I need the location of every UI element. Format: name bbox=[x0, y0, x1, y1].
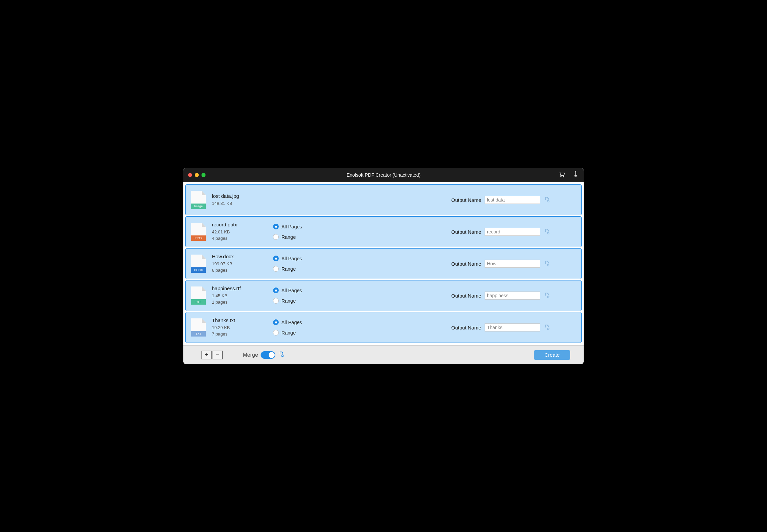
file-row[interactable]: PPTXrecord.pptx42.01 KB4 pagesAll PagesR… bbox=[185, 216, 582, 247]
titlebar: Enolsoft PDF Creator (Unactivated) bbox=[183, 168, 584, 182]
merge-label: Merge bbox=[243, 352, 258, 358]
svg-point-2 bbox=[575, 175, 576, 176]
all-pages-radio[interactable]: All Pages bbox=[273, 319, 350, 325]
all-pages-radio[interactable]: All Pages bbox=[273, 287, 350, 293]
file-size: 42.01 KB bbox=[212, 229, 273, 235]
svg-point-3 bbox=[547, 201, 549, 202]
output-name-label: Output Name bbox=[451, 229, 481, 235]
output-name-section: Output Name bbox=[451, 323, 576, 331]
page-range-options: All PagesRange bbox=[273, 256, 350, 272]
output-name-section: Output Name bbox=[451, 196, 576, 204]
svg-point-7 bbox=[547, 328, 549, 330]
maximize-window-button[interactable] bbox=[201, 173, 206, 177]
cart-icon[interactable] bbox=[558, 171, 566, 179]
file-size: 148.81 KB bbox=[212, 201, 273, 207]
remove-file-button[interactable]: − bbox=[213, 351, 223, 359]
range-radio[interactable]: Range bbox=[273, 298, 350, 304]
close-window-button[interactable] bbox=[188, 173, 192, 177]
output-name-input[interactable] bbox=[485, 196, 540, 204]
file-name: lost data.jpg bbox=[212, 193, 273, 199]
merge-settings-icon[interactable] bbox=[278, 351, 285, 359]
file-settings-icon[interactable] bbox=[544, 324, 550, 331]
file-type-icon: PPTX bbox=[191, 223, 206, 241]
file-type-icon: Image bbox=[191, 191, 206, 209]
file-info: record.pptx42.01 KB4 pages bbox=[212, 222, 273, 242]
output-name-section: Output Name bbox=[451, 228, 576, 236]
output-name-section: Output Name bbox=[451, 260, 576, 268]
file-pages: 1 pages bbox=[212, 299, 273, 306]
output-name-label: Output Name bbox=[451, 293, 481, 299]
range-radio[interactable]: Range bbox=[273, 266, 350, 272]
output-name-label: Output Name bbox=[451, 197, 481, 203]
file-info: lost data.jpg148.81 KB bbox=[212, 193, 273, 207]
file-row[interactable]: DOCXHow.docx199.07 KB6 pagesAll PagesRan… bbox=[185, 248, 582, 279]
svg-point-6 bbox=[547, 296, 549, 298]
file-info: Thanks.txt19.29 KB7 pages bbox=[212, 317, 273, 338]
file-list: Imagelost data.jpg148.81 KBOutput NamePP… bbox=[183, 182, 584, 345]
page-range-options: All PagesRange bbox=[273, 319, 350, 336]
file-name: How.docx bbox=[212, 254, 273, 259]
output-name-input[interactable] bbox=[485, 292, 540, 300]
output-name-label: Output Name bbox=[451, 261, 481, 267]
output-name-input[interactable] bbox=[485, 323, 540, 331]
file-row[interactable]: Imagelost data.jpg148.81 KBOutput Name bbox=[185, 184, 582, 215]
output-name-input[interactable] bbox=[485, 228, 540, 236]
file-type-icon: DOCX bbox=[191, 255, 206, 273]
file-size: 19.29 KB bbox=[212, 325, 273, 331]
svg-point-1 bbox=[563, 176, 563, 177]
file-type-icon: RTF bbox=[191, 286, 206, 305]
file-pages: 6 pages bbox=[212, 267, 273, 274]
file-size: 199.07 KB bbox=[212, 261, 273, 267]
all-pages-radio[interactable]: All Pages bbox=[273, 256, 350, 261]
merge-toggle[interactable] bbox=[261, 351, 275, 359]
file-info: happiness.rtf1.45 KB1 pages bbox=[212, 285, 273, 306]
footer-toolbar: + − Merge Create bbox=[183, 345, 584, 364]
file-name: happiness.rtf bbox=[212, 285, 273, 291]
all-pages-radio[interactable]: All Pages bbox=[273, 224, 350, 229]
create-button[interactable]: Create bbox=[534, 350, 570, 360]
file-type-icon: TXT bbox=[191, 318, 206, 337]
window-title: Enolsoft PDF Creator (Unactivated) bbox=[183, 172, 584, 178]
svg-point-5 bbox=[547, 264, 549, 266]
file-pages: 4 pages bbox=[212, 235, 273, 242]
file-settings-icon[interactable] bbox=[544, 196, 550, 203]
output-name-input[interactable] bbox=[485, 260, 540, 268]
file-pages: 7 pages bbox=[212, 331, 273, 338]
range-radio[interactable]: Range bbox=[273, 234, 350, 240]
file-size: 1.45 KB bbox=[212, 293, 273, 299]
file-settings-icon[interactable] bbox=[544, 260, 550, 267]
page-range-options: All PagesRange bbox=[273, 224, 350, 240]
range-radio[interactable]: Range bbox=[273, 330, 350, 336]
app-window: Enolsoft PDF Creator (Unactivated) Image… bbox=[183, 168, 584, 364]
output-name-section: Output Name bbox=[451, 292, 576, 300]
thermometer-icon[interactable] bbox=[572, 171, 579, 179]
minimize-window-button[interactable] bbox=[195, 173, 199, 177]
file-info: How.docx199.07 KB6 pages bbox=[212, 254, 273, 274]
page-range-options: All PagesRange bbox=[273, 287, 350, 304]
svg-point-8 bbox=[282, 355, 283, 356]
file-name: Thanks.txt bbox=[212, 317, 273, 323]
svg-point-4 bbox=[547, 232, 549, 234]
window-controls bbox=[188, 173, 206, 177]
add-file-button[interactable]: + bbox=[201, 351, 212, 359]
file-row[interactable]: TXTThanks.txt19.29 KB7 pagesAll PagesRan… bbox=[185, 312, 582, 343]
file-row[interactable]: RTFhappiness.rtf1.45 KB1 pagesAll PagesR… bbox=[185, 280, 582, 311]
output-name-label: Output Name bbox=[451, 325, 481, 330]
file-settings-icon[interactable] bbox=[544, 292, 550, 299]
svg-point-0 bbox=[560, 176, 561, 177]
file-settings-icon[interactable] bbox=[544, 228, 550, 235]
file-name: record.pptx bbox=[212, 222, 273, 227]
